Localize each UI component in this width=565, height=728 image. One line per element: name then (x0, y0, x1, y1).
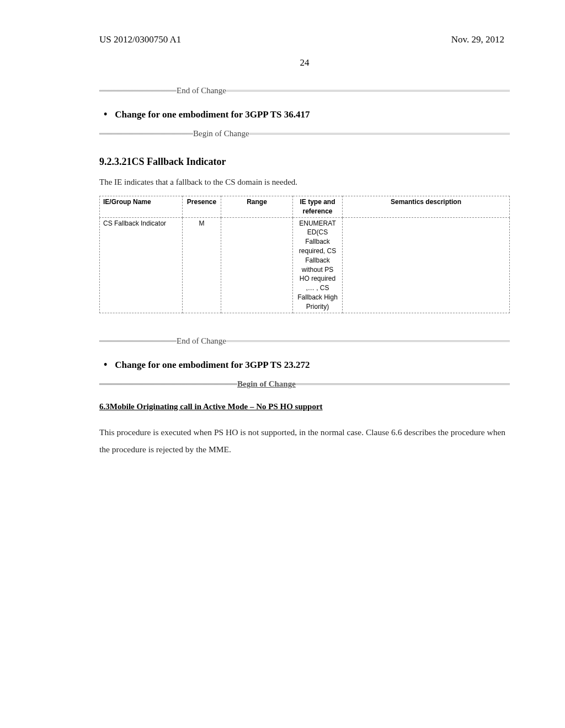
td-presence: M (183, 217, 221, 313)
td-ietype: ENUMERAT ED(CS Fallback required, CS Fal… (293, 217, 343, 313)
td-range (221, 217, 293, 313)
divider-label: Begin of Change (237, 378, 296, 390)
th-range: Range (221, 196, 293, 217)
table-header-row: IE/Group Name Presence Range IE type and… (100, 196, 510, 217)
bullet-heading-label: Change for one embodiment for 3GPP TS 23… (115, 358, 310, 372)
page-header: US 2012/0300750 A1 Nov. 29, 2012 (99, 33, 510, 46)
bullet-icon: • (104, 108, 107, 121)
bullet-icon: • (104, 358, 107, 372)
th-presence: Presence (183, 196, 221, 217)
divider-begin-of-change-2: Begin of Change (99, 378, 510, 390)
divider-end-of-change: End of Change (99, 85, 510, 97)
th-ie-type: IE type and reference (293, 196, 343, 217)
section-63-paragraph: This procedure is executed when PS HO is… (99, 424, 510, 458)
section-9-heading: 9.2.3.21CS Fallback Indicator (99, 155, 510, 169)
divider-begin-of-change: Begin of Change (99, 128, 510, 140)
divider-label: End of Change (177, 335, 226, 347)
table-row: CS Fallback Indicator M ENUMERAT ED(CS F… (100, 217, 510, 313)
ie-table: IE/Group Name Presence Range IE type and… (99, 196, 510, 313)
bullet-heading-36417: • Change for one embodiment for 3GPP TS … (104, 108, 510, 121)
publication-date: Nov. 29, 2012 (451, 33, 504, 46)
th-semantics: Semantics description (343, 196, 510, 217)
th-ie-group-name: IE/Group Name (100, 196, 183, 217)
td-ie-name: CS Fallback Indicator (100, 217, 183, 313)
bullet-heading-23272: • Change for one embodiment for 3GPP TS … (104, 358, 510, 372)
divider-label: Begin of Change (193, 128, 249, 140)
section-63-heading: 6.3Mobile Originating call in Active Mod… (99, 401, 510, 413)
divider-end-of-change-2: End of Change (99, 335, 510, 347)
td-semantics (343, 217, 510, 313)
divider-label: End of Change (177, 85, 226, 97)
publication-number: US 2012/0300750 A1 (99, 33, 181, 46)
page-number: 24 (99, 56, 510, 69)
bullet-heading-label: Change for one embodiment for 3GPP TS 36… (115, 108, 310, 121)
section-9-intro: The IE indicates that a fallback to the … (99, 176, 510, 188)
